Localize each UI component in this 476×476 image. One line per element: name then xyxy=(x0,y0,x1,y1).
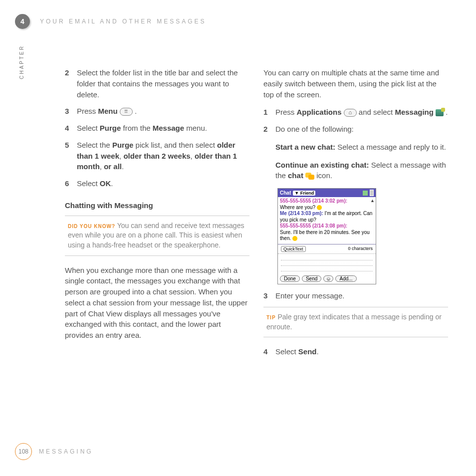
step-number: 1 xyxy=(263,107,275,118)
chapter-side-label: CHAPTER xyxy=(19,45,24,79)
shot-me-header: Me (2/14 3:03 pm): xyxy=(280,211,323,216)
bold: OK xyxy=(100,179,111,188)
option-continue-chat: Continue an existing chat: Select a mess… xyxy=(275,160,448,182)
step-text: Enter your message. xyxy=(275,290,448,301)
bold: Messaging xyxy=(395,108,434,116)
emoji-icon xyxy=(317,205,322,210)
step-number: 3 xyxy=(263,290,275,301)
shot-input-meta: QuickText 0 characters xyxy=(278,244,376,254)
option-start-chat: Start a new chat: Select a message and r… xyxy=(275,142,448,153)
text: menu. xyxy=(184,124,207,132)
bold: Applications xyxy=(297,108,342,116)
done-button: Done xyxy=(280,275,300,282)
step-6: 6 Select OK. xyxy=(65,178,249,189)
step-number: 4 xyxy=(65,123,77,134)
messaging-icon xyxy=(436,109,444,116)
text: pick list, and then select xyxy=(133,141,217,149)
step-number: 5 xyxy=(65,140,77,172)
quicktext-button: QuickText xyxy=(281,246,306,252)
step-text: Select the folder list in the title bar … xyxy=(77,67,249,100)
char-count: 0 characters xyxy=(348,246,373,252)
shot-incoming-header: 555-555-5555 (2/14 3:02 pm): xyxy=(280,198,347,204)
step-text: Select Send. xyxy=(275,346,448,357)
menu-icon xyxy=(120,108,133,116)
bold: Menu xyxy=(98,107,118,115)
text: Select xyxy=(275,347,298,356)
text: icon. xyxy=(314,171,332,180)
text: . xyxy=(111,179,113,188)
bold: Message xyxy=(153,124,184,132)
scroll-up-icon: ▲ xyxy=(370,198,375,204)
step-number: 4 xyxy=(263,346,275,357)
shot-incoming-header: 555-555-5555 (2/14 3:08 pm): xyxy=(280,223,347,229)
step-number: 2 xyxy=(263,124,275,135)
bold: Purge xyxy=(100,124,121,132)
bold: or all xyxy=(104,162,122,171)
text: and select xyxy=(357,108,395,116)
text: Select xyxy=(77,179,100,188)
text: . xyxy=(122,162,124,171)
text: . xyxy=(133,107,137,115)
text: Select the xyxy=(77,141,112,149)
applications-icon xyxy=(344,109,357,117)
intro-paragraph: You can carry on multiple chats at the s… xyxy=(263,67,448,100)
step-number: 6 xyxy=(65,178,77,189)
page-number: 108 xyxy=(15,443,32,460)
send-button: Send xyxy=(302,275,321,282)
bold: older than 2 weeks xyxy=(123,152,190,160)
add-button: Add... xyxy=(335,275,356,282)
step-1: 1 Press Applications and select Messagin… xyxy=(263,107,448,118)
shot-title-text: Chat xyxy=(280,190,291,196)
shot-conversation: ▲ 555-555-5555 (2/14 3:02 pm): Where are… xyxy=(278,197,376,244)
bold: Start a new chat: xyxy=(275,143,335,151)
step-number: 2 xyxy=(65,67,77,100)
step-4: 4 Select Purge from the Message menu. xyxy=(65,123,249,134)
chat-icon xyxy=(305,173,314,180)
bold: Purge xyxy=(112,141,134,149)
bold: Continue an existing chat: xyxy=(275,161,369,169)
chat-screenshot: Chat ▼ Friend ▲ 555-555-5555 (2/14 3:02 … xyxy=(277,188,376,284)
step-5: 5 Select the Purge pick list, and then s… xyxy=(65,140,249,172)
page-footer: 108 MESSAGING xyxy=(15,443,93,460)
step-text: Select the Purge pick list, and then sel… xyxy=(77,140,249,172)
top-chapter-title: YOUR EMAIL AND OTHER MESSAGES xyxy=(40,18,207,25)
shot-titlebar: Chat ▼ Friend xyxy=(278,189,376,197)
step-2: 2 Do one of the following: xyxy=(263,124,448,135)
signal-icon xyxy=(363,191,368,196)
emoji-button: ☺ xyxy=(323,275,333,282)
step-4: 4 Select Send. xyxy=(263,346,448,357)
step-3: 3 Enter your message. xyxy=(263,290,448,301)
shot-status-icons xyxy=(363,190,374,196)
text: Press xyxy=(77,107,98,115)
shot-msg-text: Where are you? xyxy=(280,205,317,210)
step-text: Select Purge from the Message menu. xyxy=(77,123,249,134)
step-text: Select OK. xyxy=(77,178,249,189)
footer-section-title: MESSAGING xyxy=(39,448,93,455)
shot-dropdown: ▼ Friend xyxy=(293,191,315,196)
text: . xyxy=(317,347,319,356)
step-number: 3 xyxy=(65,106,77,117)
tip-text: Pale gray text indicates that a message … xyxy=(266,313,442,331)
text: Select xyxy=(77,124,100,132)
left-column: 2 Select the folder list in the title ba… xyxy=(65,67,249,363)
step-text: Press Menu . xyxy=(77,106,249,117)
bold: Send xyxy=(298,347,317,356)
right-column: You can carry on multiple chats at the s… xyxy=(263,67,448,363)
tip-tag: TIP xyxy=(266,315,276,320)
bold: chat xyxy=(288,171,303,180)
shot-input-area xyxy=(278,254,376,273)
dyk-tag: DID YOU KNOW? xyxy=(68,224,115,229)
shot-buttons-row: Done Send ☺ Add... xyxy=(278,273,376,284)
text: , xyxy=(191,152,195,160)
emoji-icon xyxy=(292,236,297,241)
text: , xyxy=(100,162,104,171)
text: Press xyxy=(275,108,297,116)
battery-icon xyxy=(370,190,374,196)
body-paragraph: When you exchange more than one message … xyxy=(65,265,249,341)
step-2: 2 Select the folder list in the title ba… xyxy=(65,67,249,100)
text: from the xyxy=(121,124,152,132)
step-text: Do one of the following: xyxy=(275,124,448,135)
tip-box: TIP Pale gray text indicates that a mess… xyxy=(263,307,448,337)
chapter-number-badge: 4 xyxy=(15,14,30,29)
did-you-know-box: DID YOU KNOW? You can send and receive t… xyxy=(65,216,249,256)
